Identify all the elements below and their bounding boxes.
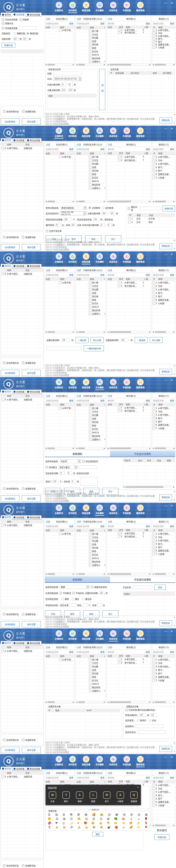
nav-item-5[interactable]: ⇆消息转发 (106, 504, 120, 516)
content-type-2[interactable]: T图片 (61, 792, 71, 803)
row-checkbox[interactable] (153, 292, 155, 294)
handle-group-msg-checkbox[interactable] (22, 110, 24, 113)
member-row[interactable]: 5新宁 (152, 672, 175, 675)
member-search-input[interactable]: 群成员名称 (153, 525, 169, 528)
filter-link[interactable]: 过滤 (46, 143, 50, 146)
row-checkbox[interactable] (89, 40, 91, 42)
emoji-icon[interactable]: 👍 (99, 822, 102, 825)
member-search-input[interactable]: 群成员名称 (153, 22, 169, 25)
auto-agree-checkbox[interactable] (3, 362, 5, 364)
scroll-thumb[interactable] (48, 331, 55, 333)
member-row[interactable]: 7小助理 (152, 679, 175, 682)
row-checkbox[interactable] (59, 533, 61, 535)
nav-item-3[interactable]: ⚙群组设置 (79, 252, 93, 265)
nav-item-2[interactable]: ◷定时群发 (66, 755, 79, 767)
minimize-button[interactable]: — (165, 630, 167, 633)
row-checkbox[interactable] (153, 550, 155, 552)
group-row[interactable]: 1A-新宁团队...3 (107, 155, 151, 159)
scroll-thumb[interactable] (78, 201, 85, 202)
sidebar-tab-3[interactable]: 新好友回复 (26, 264, 42, 268)
auto-note-checkbox[interactable] (45, 466, 48, 468)
horizontal-scrollbar[interactable]: ◀▶ (123, 486, 175, 488)
emoji-icon[interactable]: 😖 (70, 817, 73, 820)
nav-item-4[interactable]: ⁂手机爆粉 (93, 127, 106, 139)
add-keyword-button[interactable]: 添加 (154, 585, 166, 590)
search-link[interactable]: 搜索 (170, 776, 174, 779)
scroll-thumb[interactable] (48, 64, 55, 65)
emoji-icon[interactable]: 😜 (137, 813, 140, 816)
scroll-right-arrow[interactable]: ▶ (72, 447, 74, 449)
emoji-icon[interactable]: 😎 (77, 813, 80, 816)
target-gap-from[interactable]: 10 (61, 88, 66, 92)
rest-input[interactable]: 3 (71, 479, 76, 483)
row-checkbox[interactable] (153, 533, 155, 535)
member-row[interactable]: 4新宁。 (152, 669, 175, 672)
scroll-left-arrow[interactable]: ◀ (45, 64, 47, 65)
member-row[interactable]: 2玉米 (152, 535, 175, 539)
scroll-right-arrow[interactable]: ▶ (149, 573, 151, 575)
content-type-5[interactable]: M名片 (102, 792, 112, 803)
row-checkbox[interactable] (153, 539, 155, 542)
scroll-left-arrow[interactable]: ◀ (152, 64, 154, 65)
scroll-thumb[interactable] (48, 701, 55, 703)
member-row[interactable]: 7小助理 (152, 552, 175, 556)
row-checkbox[interactable] (153, 801, 155, 803)
scroll-right-arrow[interactable]: ▶ (149, 331, 151, 333)
external-row[interactable]: 李红梅 (76, 295, 105, 298)
row-checkbox[interactable] (118, 156, 120, 158)
horizontal-scrollbar[interactable]: ◀▶ (45, 331, 74, 333)
group-row[interactable]: 2新宁团队软...7 (107, 661, 151, 664)
row-checkbox[interactable] (59, 156, 61, 158)
nav-item-6[interactable]: ☏专线回复 (120, 252, 133, 265)
scroll-track[interactable] (154, 573, 173, 575)
external-row[interactable]: 云服务小.▼ (76, 186, 105, 190)
scroll-thumb[interactable] (109, 64, 131, 65)
row-checkbox[interactable] (89, 421, 91, 424)
filter-link[interactable]: 过滤 (46, 395, 50, 397)
emoji-icon[interactable]: 🥰 (92, 813, 96, 816)
nav-item-2[interactable]: ◷定时群发 (66, 252, 79, 265)
row-checkbox[interactable] (118, 661, 120, 664)
nav-item-2[interactable]: ◷定时群发 (66, 1, 79, 13)
external-row[interactable]: 李云鹏 (76, 162, 105, 166)
row-checkbox[interactable] (89, 313, 91, 315)
row-checkbox[interactable] (89, 50, 91, 53)
send-now-radio[interactable] (89, 207, 91, 209)
row-checkbox[interactable] (89, 564, 91, 566)
search-link[interactable]: 搜索 (69, 148, 73, 151)
search-link[interactable]: 搜索 (69, 650, 73, 653)
scroll-track[interactable] (109, 573, 149, 575)
clear-log-button[interactable]: 清理信息 (159, 620, 172, 626)
member-row[interactable]: 2玉米 (152, 284, 175, 288)
emoji-icon[interactable]: 😆 (63, 817, 66, 820)
external-friend-list-search-input[interactable]: 外部好友名称 (77, 399, 100, 402)
no-friend-checkbox[interactable] (72, 592, 75, 594)
close-button[interactable]: ✕ (171, 504, 173, 507)
row-checkbox[interactable] (153, 38, 155, 40)
row-checkbox[interactable] (89, 547, 91, 549)
scroll-right-arrow[interactable]: ▶ (103, 573, 105, 575)
row-checkbox[interactable] (153, 669, 155, 671)
handle-group-msg-checkbox[interactable] (22, 236, 24, 238)
row-checkbox[interactable] (89, 57, 91, 59)
scroll-left-arrow[interactable]: ◀ (45, 573, 47, 575)
emoji-icon[interactable]: 😍 (62, 813, 65, 816)
group-row[interactable]: 1A-新宁团队...3 (107, 29, 151, 31)
row-checkbox[interactable] (118, 159, 120, 161)
row-checkbox[interactable] (89, 281, 91, 284)
handle-group-msg-checkbox[interactable] (22, 613, 24, 615)
scroll-left-arrow[interactable]: ◀ (107, 201, 109, 202)
add-source-select[interactable]: 群聊▼ (60, 585, 90, 589)
friend-row[interactable]: A-新宁团... (45, 29, 74, 32)
account-checkbox[interactable] (2, 398, 4, 401)
row-checkbox[interactable] (153, 163, 155, 165)
content-gap-from[interactable]: 3 (61, 83, 66, 86)
search-link[interactable]: 搜索 (100, 22, 104, 25)
external-row[interactable]: 封玉珍 (76, 679, 105, 682)
task-time-spinner[interactable]: 2022-03-18 20:27:32▲▼ (54, 77, 81, 81)
external-row[interactable]: 李云鹏 (76, 539, 105, 543)
minimize-button[interactable]: — (165, 1, 167, 4)
scroll-thumb[interactable] (78, 573, 85, 575)
spinner-arrows[interactable]: ▲▼ (78, 77, 81, 81)
external-row[interactable]: AAV14 (76, 682, 105, 686)
